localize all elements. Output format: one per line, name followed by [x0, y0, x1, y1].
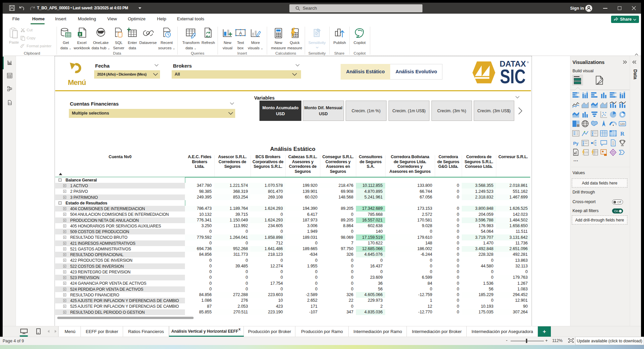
svg-text:SIC: SIC [500, 69, 526, 84]
svg-text:A: A [239, 31, 242, 36]
svg-text:DAX: DAX [8, 103, 12, 104]
svg-text:R: R [620, 131, 625, 137]
svg-text:DATAX: DATAX [500, 61, 526, 68]
svg-text:▲: ▲ [583, 130, 586, 133]
svg-text:123: 123 [620, 123, 625, 126]
svg-text:X: X [79, 32, 81, 36]
svg-text:®: ® [527, 61, 529, 64]
svg-text:Py: Py [573, 141, 579, 146]
svg-text:123: 123 [584, 151, 588, 154]
